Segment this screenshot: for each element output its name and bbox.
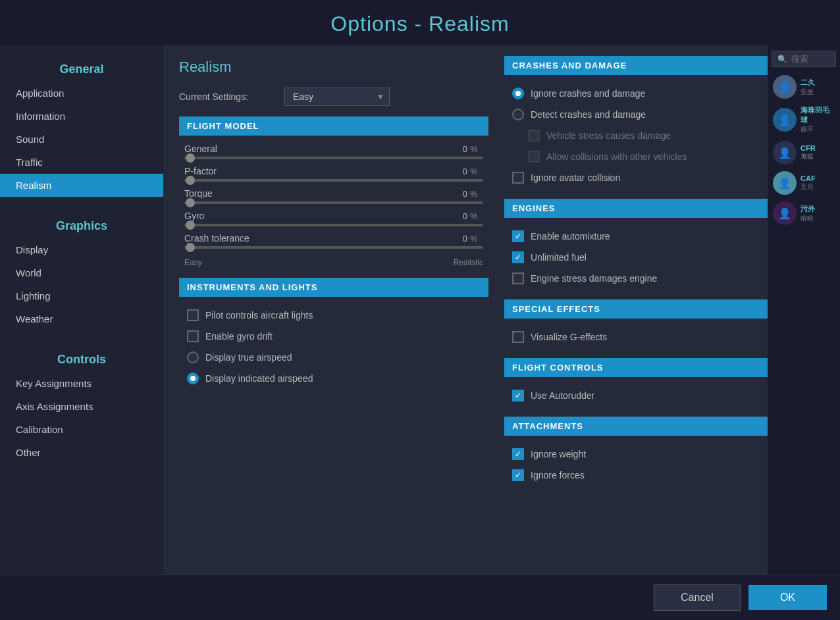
slider-label-crash-tolerance: Crash tolerance (184, 233, 441, 244)
overlay-user-0[interactable]: 👤 二久 安坐 (772, 72, 836, 101)
slider-label-torque: Torque (184, 188, 441, 199)
sidebar-item-display[interactable]: Display (0, 238, 163, 261)
slider-track-gyro[interactable] (179, 222, 488, 233)
check-indicated-airspeed-label: Display indicated airspeed (205, 373, 313, 384)
check-automixture[interactable]: Enable automixture (504, 226, 768, 247)
slider-track-general[interactable] (179, 155, 488, 166)
check-ignore-weight-label: Ignore weight (531, 449, 586, 459)
overlay-user-4[interactable]: 👤 污外 哈哈 (772, 199, 836, 228)
check-detect-crashes-label: Detect crashes and damage (531, 109, 646, 120)
radio-ignore-crashes[interactable] (512, 88, 524, 99)
checkbox-g-effects[interactable] (512, 331, 524, 343)
check-unlimited-fuel[interactable]: Unlimited fuel (504, 247, 768, 268)
crashes-header: CRASHES AND DAMAGE (504, 56, 768, 75)
check-vehicle-stress-label: Vehicle stress causes damage (546, 130, 671, 141)
check-detect-crashes[interactable]: Detect crashes and damage (504, 104, 768, 125)
content-area: Realism Current Settings: Easy Normal Ha… (163, 45, 504, 575)
sidebar-item-traffic[interactable]: Traffic (0, 151, 163, 174)
checkbox-pilot-lights[interactable] (187, 309, 199, 321)
slider-unit-crash-tolerance: % (470, 234, 483, 244)
check-ignore-crashes[interactable]: Ignore crashes and damage (504, 83, 768, 104)
sidebar-item-key-assignments[interactable]: Key Assignments (0, 372, 163, 395)
overlay-panel: 🔍 👤 二久 安坐 👤 海珠羽毛球 谢不 👤 CFR 鬼狐 👤 (768, 45, 840, 575)
sidebar-item-sound[interactable]: Sound (0, 128, 163, 151)
overlay-user-3[interactable]: 👤 CAF 五月 (772, 168, 836, 197)
checkbox-gyro-drift[interactable] (187, 330, 199, 342)
slider-label-general: General (184, 143, 441, 154)
current-settings-label: Current Settings: (179, 91, 284, 102)
cancel-button[interactable]: Cancel (654, 584, 741, 611)
sidebar-item-lighting[interactable]: Lighting (0, 284, 163, 307)
radio-detect-crashes[interactable] (512, 109, 524, 120)
avatar-4: 👤 (773, 201, 797, 225)
checkbox-engine-stress[interactable] (512, 272, 524, 284)
current-settings-select[interactable]: Easy Normal Hard Custom (284, 88, 390, 106)
check-true-airspeed-label: Display true airspeed (205, 352, 292, 363)
sidebar-item-axis-assignments[interactable]: Axis Assignments (0, 395, 163, 418)
slider-track-torque[interactable] (179, 200, 488, 211)
sidebar-item-information[interactable]: Information (0, 105, 163, 128)
slider-track-pfactor[interactable] (179, 178, 488, 188)
user-sub-0: 安坐 (801, 88, 815, 97)
checkbox-ignore-avatar[interactable] (512, 172, 524, 184)
check-ignore-forces[interactable]: Ignore forces (504, 465, 768, 486)
slider-track-crash-tolerance[interactable] (179, 245, 488, 255)
special-effects-header: SPECIAL EFFECTS (504, 299, 768, 319)
overlay-user-1[interactable]: 👤 海珠羽毛球 谢不 (772, 103, 836, 137)
checkbox-unlimited-fuel[interactable] (512, 251, 524, 263)
slider-row-gyro: Gyro 0 % (179, 211, 488, 221)
check-pilot-lights[interactable]: Pilot controls aircraft lights (179, 305, 488, 326)
sidebar-item-realism[interactable]: Realism (0, 174, 163, 197)
checkbox-vehicle-stress[interactable] (528, 130, 540, 142)
user-name-2: CFR (801, 144, 816, 152)
search-input[interactable] (791, 54, 831, 64)
check-vehicle-stress[interactable]: Vehicle stress causes damage (504, 125, 768, 146)
check-ignore-weight[interactable]: Ignore weight (504, 444, 768, 465)
checkbox-ignore-forces[interactable] (512, 469, 524, 481)
check-gyro-drift[interactable]: Enable gyro drift (179, 326, 488, 347)
slider-unit-pfactor: % (470, 167, 483, 176)
attachments-header: ATTACHMENTS (504, 417, 768, 436)
check-g-effects-label: Visualize G-effects (531, 332, 607, 342)
check-allow-collisions[interactable]: Allow collisions with other vehicles (504, 146, 768, 167)
check-indicated-airspeed[interactable]: Display indicated airspeed (179, 368, 488, 389)
checkbox-ignore-weight[interactable] (512, 448, 524, 460)
checkbox-automixture[interactable] (512, 230, 524, 242)
page-title: Options - Realism (0, 0, 840, 45)
slider-label-gyro: Gyro (184, 211, 441, 221)
sidebar-item-world[interactable]: World (0, 261, 163, 284)
current-settings-row: Current Settings: Easy Normal Hard Custo… (179, 88, 488, 106)
radio-indicated-airspeed[interactable] (187, 373, 199, 384)
slider-unit-gyro: % (470, 211, 483, 221)
check-engine-stress-label: Engine stress damages engine (531, 273, 657, 284)
check-engine-stress[interactable]: Engine stress damages engine (504, 268, 768, 289)
overlay-user-2[interactable]: 👤 CFR 鬼狐 (772, 138, 836, 167)
engines-header: ENGINES (504, 199, 768, 218)
radio-true-airspeed[interactable] (187, 351, 199, 363)
sidebar-item-application[interactable]: Application (0, 82, 163, 105)
bottom-bar: Cancel OK (0, 575, 840, 620)
user-name-4: 污外 (801, 204, 815, 214)
checkbox-autorudder[interactable] (512, 390, 524, 401)
check-autorudder[interactable]: Use Autorudder (504, 385, 768, 406)
sidebar-item-calibration[interactable]: Calibration (0, 418, 163, 441)
current-settings-select-wrapper: Easy Normal Hard Custom ▼ (284, 88, 390, 106)
check-ignore-avatar-label: Ignore avatar collision (531, 172, 620, 183)
check-true-airspeed[interactable]: Display true airspeed (179, 347, 488, 368)
user-sub-3: 五月 (801, 182, 816, 192)
user-name-3: CAF (801, 174, 816, 182)
checkbox-allow-collisions[interactable] (528, 151, 540, 163)
check-g-effects[interactable]: Visualize G-effects (504, 326, 768, 348)
check-ignore-avatar[interactable]: Ignore avatar collision (504, 167, 768, 188)
ok-button[interactable]: OK (748, 585, 827, 610)
check-pilot-lights-label: Pilot controls aircraft lights (205, 310, 313, 321)
slider-row-crash-tolerance: Crash tolerance 0 % (179, 233, 488, 244)
user-sub-1: 谢不 (801, 125, 835, 134)
realism-title: Realism (179, 59, 488, 76)
sidebar-item-weather[interactable]: Weather (0, 307, 163, 330)
slider-row-torque: Torque 0 % (179, 188, 488, 199)
sidebar-item-other[interactable]: Other (0, 441, 163, 464)
check-unlimited-fuel-label: Unlimited fuel (531, 252, 587, 263)
avatar-3: 👤 (773, 171, 797, 195)
overlay-search-bar[interactable]: 🔍 (772, 51, 836, 67)
